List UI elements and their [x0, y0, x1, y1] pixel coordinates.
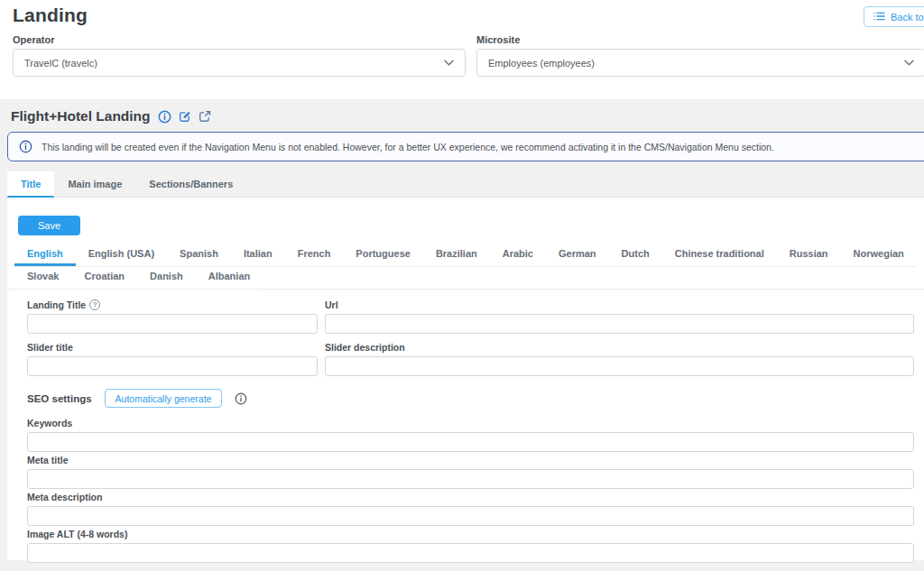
alert-text: This landing will be created even if the… — [42, 142, 774, 152]
meta-description-input[interactable] — [27, 506, 914, 526]
lang-tab-russian[interactable]: Russian — [777, 244, 841, 266]
url-label: Url — [325, 299, 338, 310]
tab-title[interactable]: Title — [7, 171, 54, 197]
automatically-generate-button[interactable]: Automatically generate — [105, 389, 223, 408]
landing-title-input[interactable] — [27, 314, 318, 334]
list-icon — [873, 11, 885, 23]
lang-tab-english[interactable]: English — [14, 244, 76, 266]
image-alt-field: Image ALT (4-8 words) — [27, 528, 914, 563]
lang-tab-portuguese[interactable]: Portuguese — [343, 244, 423, 266]
image-alt-input[interactable] — [27, 543, 914, 563]
lang-tab-arabic[interactable]: Arabic — [490, 244, 546, 266]
url-input[interactable] — [325, 314, 914, 334]
back-to-list-button[interactable]: Back to list — [864, 6, 924, 27]
slider-description-label: Slider description — [325, 342, 405, 353]
back-to-list-label: Back to list — [891, 12, 924, 23]
microsite-select[interactable]: Employees (employees) — [476, 49, 924, 77]
slider-description-field: Slider description — [325, 341, 914, 376]
lang-tab-german[interactable]: German — [546, 244, 609, 266]
image-alt-label: Image ALT (4-8 words) — [27, 529, 127, 539]
lang-tab-albanian[interactable]: Albanian — [196, 266, 263, 289]
meta-title-input[interactable] — [27, 469, 914, 489]
language-tabs: English English (USA) Spanish Italian Fr… — [7, 244, 924, 290]
microsite-label: Microsite — [476, 34, 520, 45]
meta-title-field: Meta title — [27, 454, 914, 489]
seo-settings-row: SEO settings Automatically generate — [27, 389, 914, 408]
title-form: Landing Title ? Url Slider title Slider … — [7, 290, 924, 563]
meta-title-label: Meta title — [27, 455, 69, 465]
url-field: Url — [325, 299, 914, 334]
header-card: Landing Back to list Operator TravelC (t… — [0, 0, 924, 100]
slider-title-label: Slider title — [27, 342, 73, 353]
page-title: Landing — [13, 5, 88, 26]
save-button[interactable]: Save — [18, 216, 80, 235]
lang-tab-dutch[interactable]: Dutch — [609, 244, 662, 266]
operator-select[interactable]: TravelC (travelc) — [13, 49, 466, 77]
lang-tab-norwegian[interactable]: Norwegian — [841, 244, 917, 266]
edit-icon[interactable] — [179, 110, 191, 123]
slider-title-input[interactable] — [27, 356, 318, 376]
lang-tab-english-usa[interactable]: English (USA) — [76, 244, 167, 266]
chevron-down-icon — [904, 60, 914, 66]
tab-main-image[interactable]: Main image — [54, 171, 135, 197]
slider-title-field: Slider title — [27, 341, 318, 376]
section-tabs: Title Main image Sections/Banners — [7, 171, 924, 198]
meta-description-label: Meta description — [27, 492, 102, 502]
keywords-label: Keywords — [27, 418, 72, 428]
section-title: Flight+Hotel Landing — [11, 108, 151, 124]
lang-tab-brazilian[interactable]: Brazilian — [423, 244, 490, 266]
lang-tab-chinese-traditional[interactable]: Chinese traditional — [662, 244, 777, 266]
lang-tab-slovak[interactable]: Slovak — [14, 266, 71, 289]
chevron-down-icon — [444, 60, 454, 66]
external-link-icon[interactable] — [199, 110, 211, 123]
info-circle-icon — [235, 392, 247, 405]
help-circle-icon: ? — [89, 299, 100, 310]
lang-tab-croatian[interactable]: Croatian — [71, 266, 137, 289]
keywords-field: Keywords — [27, 417, 914, 452]
keywords-input[interactable] — [27, 432, 914, 452]
lang-tab-italian[interactable]: Italian — [231, 244, 285, 266]
info-circle-icon — [19, 140, 32, 153]
landing-title-field: Landing Title ? — [27, 299, 318, 334]
operator-label: Operator — [13, 34, 54, 45]
landing-title-label: Landing Title — [27, 299, 86, 310]
section-header: Flight+Hotel Landing — [11, 108, 211, 124]
seo-settings-label: SEO settings — [27, 393, 92, 404]
operator-value: TravelC (travelc) — [24, 58, 97, 69]
tab-content-panel: Save English English (USA) Spanish Itali… — [7, 198, 924, 560]
lang-tab-danish[interactable]: Danish — [137, 266, 196, 289]
info-alert: This landing will be created even if the… — [7, 132, 924, 161]
slider-description-input[interactable] — [325, 356, 914, 376]
microsite-value: Employees (employees) — [488, 58, 595, 69]
lang-tab-french[interactable]: French — [285, 244, 344, 266]
tab-sections-banners[interactable]: Sections/Banners — [135, 171, 246, 197]
lang-tab-spanish[interactable]: Spanish — [167, 244, 231, 266]
meta-description-field: Meta description — [27, 491, 914, 526]
info-circle-icon — [158, 110, 171, 124]
